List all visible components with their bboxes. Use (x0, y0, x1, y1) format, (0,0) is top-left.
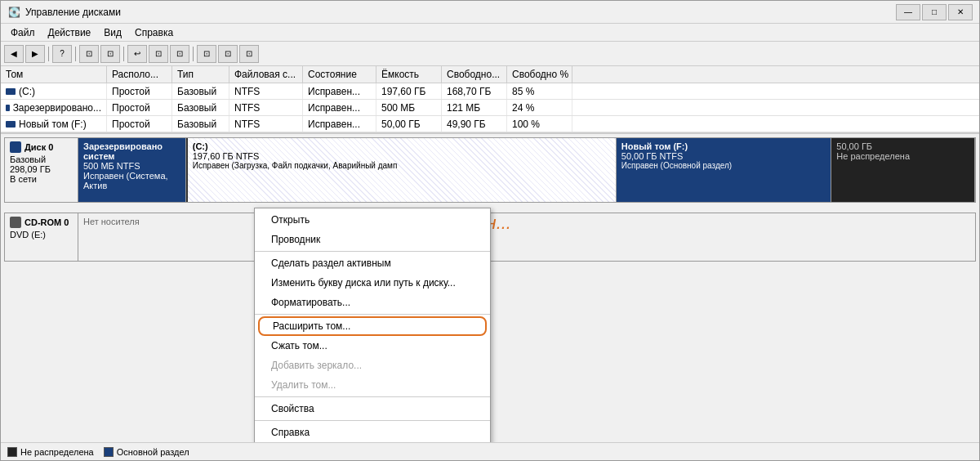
partition-c[interactable]: (С:) 197,60 ГБ NTFS Исправен (Загрузка, … (186, 138, 617, 202)
col-tom[interactable]: Том (1, 66, 107, 83)
partition-reserved[interactable]: Зарезервировано систем 500 МБ NTFS Испра… (78, 138, 186, 202)
col-fais[interactable]: Файловая с... (229, 66, 303, 83)
cell-tip-1: Базовый (172, 100, 229, 115)
partition-new-title: Новый том (F:) (621, 141, 826, 151)
menu-action[interactable]: Действие (42, 25, 98, 40)
title-bar: 💽 Управление дисками — □ ✕ (1, 1, 979, 24)
cell-raspo-1: Простой (107, 100, 172, 115)
legend-unalloc: Не распределена (7, 447, 94, 457)
disk-0-label-icon: Диск 0 (10, 141, 73, 153)
ctx-format[interactable]: Форматировать... (255, 293, 490, 312)
cell-svob-0: 168,70 ГБ (442, 83, 507, 99)
partition-reserved-sub2: Исправен (Система, Актив (83, 171, 180, 190)
toolbar-btn5[interactable]: ↩ (127, 45, 147, 63)
partition-new-sub1: 50,00 ГБ NTFS (621, 151, 826, 161)
partition-c-title: (С:) (193, 141, 611, 151)
toolbar-btn4[interactable]: ⊡ (100, 45, 120, 63)
table-header: Том Располо... Тип Файловая с... Состоян… (1, 66, 979, 83)
col-sost[interactable]: Состояние (303, 66, 376, 83)
minimize-button[interactable]: — (896, 4, 920, 20)
menu-help[interactable]: Справка (128, 25, 180, 40)
close-button[interactable]: ✕ (948, 4, 973, 20)
col-svobp[interactable]: Свободно % (507, 66, 572, 83)
back-button[interactable]: ◀ (4, 45, 24, 63)
menu-bar: Файл Действие Вид Справка (1, 24, 979, 42)
col-emk[interactable]: Ёмкость (376, 66, 442, 83)
partition-unalloc[interactable]: 50,00 ГБ Не распределена (831, 138, 975, 202)
ctx-sep-4 (255, 420, 490, 421)
toolbar-btn6[interactable]: ⊡ (149, 45, 168, 63)
partition-new[interactable]: Новый том (F:) 50,00 ГБ NTFS Исправен (О… (617, 138, 832, 202)
cell-svobp-0: 85 % (507, 83, 572, 99)
ctx-sep-3 (255, 396, 490, 397)
ctx-shrink[interactable]: Сжать том... (255, 336, 490, 356)
partition-unalloc-size: 50,00 ГБ (836, 141, 969, 151)
cdrom-0-content: Нет носителя (78, 213, 975, 261)
col-svob[interactable]: Свободно... (442, 66, 507, 83)
ctx-add-mirror[interactable]: Добавить зеркало... (255, 356, 490, 375)
main-window: 💽 Управление дисками — □ ✕ Файл Действие… (0, 0, 980, 461)
cell-emk-1: 500 МБ (376, 100, 442, 115)
toolbar: ◀ ▶ ? ⊡ ⊡ ↩ ⊡ ⊡ ⊡ ⊡ ⊡ (1, 42, 979, 66)
ctx-help[interactable]: Справка (255, 423, 490, 442)
toolbar-btn8[interactable]: ⊡ (197, 45, 216, 63)
menu-file[interactable]: Файл (4, 25, 42, 40)
toolbar-btn10[interactable]: ⊡ (239, 45, 259, 63)
table-row[interactable]: Зарезервировано... Простой Базовый NTFS … (1, 100, 979, 116)
toolbar-sep2 (75, 47, 76, 61)
legend-primary: Основной раздел (104, 447, 189, 457)
maximize-button[interactable]: □ (922, 4, 947, 20)
cdrom-0-type: DVD (E:) (10, 230, 73, 239)
disk-0-type: Базовый (10, 154, 73, 164)
cdrom-small-icon (10, 217, 21, 228)
partition-reserved-title: Зарезервировано систем (83, 141, 180, 161)
window-icon: 💽 (7, 6, 20, 19)
col-tip[interactable]: Тип (172, 66, 229, 83)
cell-svobp-1: 24 % (507, 100, 572, 115)
disk-0-row: Диск 0 Базовый 298,09 ГБ В сети Зарезерв… (4, 137, 976, 203)
context-menu: Открыть Проводник Сделать раздел активны… (254, 208, 491, 442)
ctx-extend[interactable]: Расширить том... (258, 316, 487, 336)
cell-fais-1: NTFS (229, 100, 303, 115)
partition-c-sub1: 197,60 ГБ NTFS (193, 151, 611, 161)
cell-tom-1: Зарезервировано... (1, 100, 107, 115)
legend-bar: Не распределена Основной раздел (1, 442, 979, 460)
toolbar-btn3[interactable]: ⊡ (79, 45, 99, 63)
menu-view[interactable]: Вид (97, 25, 128, 40)
cell-tip-2: Базовый (172, 116, 229, 132)
disk-0-partitions: Зарезервировано систем 500 МБ NTFS Испра… (78, 138, 975, 202)
table-row[interactable]: Новый том (F:) Простой Базовый NTFS Испр… (1, 116, 979, 132)
table-row[interactable]: (C:) Простой Базовый NTFS Исправен... 19… (1, 83, 979, 100)
ctx-change-letter[interactable]: Изменить букву диска или путь к диску... (255, 273, 490, 293)
partition-reserved-sub1: 500 МБ NTFS (83, 161, 180, 171)
disk-small-icon (10, 141, 21, 153)
cell-sost-0: Исправен... (303, 83, 376, 99)
col-raspo[interactable]: Располо... (107, 66, 172, 83)
help-toolbar-button[interactable]: ? (52, 45, 72, 63)
ctx-delete[interactable]: Удалить том... (255, 375, 490, 395)
toolbar-sep1 (48, 47, 49, 61)
cell-svob-2: 49,90 ГБ (442, 116, 507, 132)
ctx-properties[interactable]: Свойства (255, 399, 490, 418)
ctx-make-active[interactable]: Сделать раздел активным (255, 253, 490, 273)
disk-0-label: Диск 0 Базовый 298,09 ГБ В сети (5, 138, 78, 202)
volume-table: (C:) Простой Базовый NTFS Исправен... 19… (1, 83, 979, 134)
disk-icon (6, 105, 10, 111)
cdrom-icon-row: CD-ROM 0 (10, 217, 73, 228)
toolbar-btn9[interactable]: ⊡ (218, 45, 238, 63)
disk-icon (6, 121, 16, 128)
ctx-explorer[interactable]: Проводник (255, 230, 490, 249)
toolbar-btn7[interactable]: ⊡ (170, 45, 189, 63)
toolbar-sep3 (123, 47, 124, 61)
forward-button[interactable]: ▶ (25, 45, 45, 63)
ctx-open[interactable]: Открыть (255, 210, 490, 230)
cell-tom-0: (C:) (1, 83, 107, 99)
disk-0-status: В сети (10, 174, 73, 184)
legend-primary-label: Основной раздел (117, 447, 189, 457)
cell-tom-2: Новый том (F:) (1, 116, 107, 132)
cell-fais-2: NTFS (229, 116, 303, 132)
cdrom-0-label: CD-ROM 0 DVD (E:) (5, 213, 78, 261)
cell-emk-2: 50,00 ГБ (376, 116, 442, 132)
ctx-sep-2 (255, 314, 490, 315)
partition-new-sub2: Исправен (Основной раздел) (621, 161, 826, 170)
